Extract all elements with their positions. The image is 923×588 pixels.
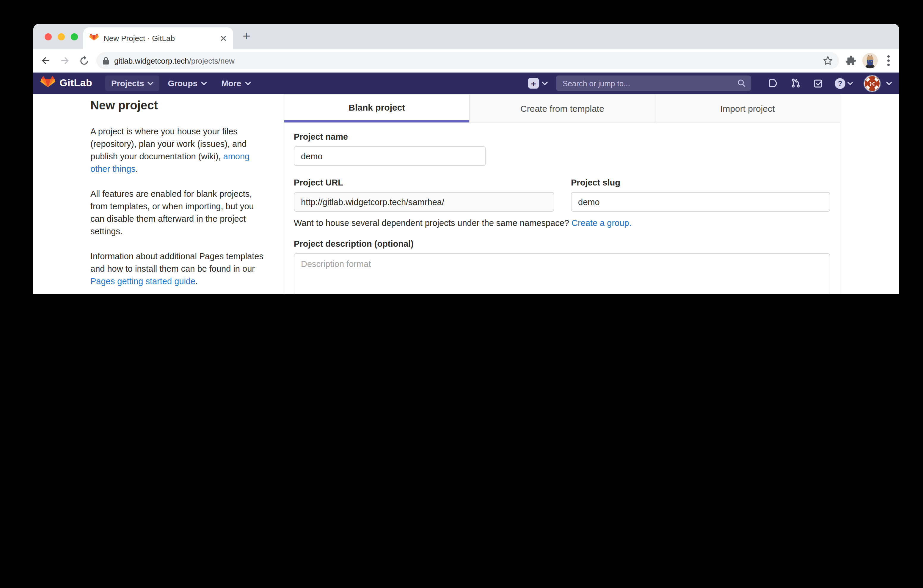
project-name-input[interactable]	[294, 146, 486, 166]
browser-toolbar: gitlab.widgetcorp.tech/projects/new	[33, 49, 899, 72]
issues-icon[interactable]	[767, 77, 780, 90]
new-menu-button[interactable]: +	[528, 78, 548, 89]
project-name-label: Project name	[294, 132, 830, 141]
lock-icon	[102, 57, 109, 64]
project-url-label: Project URL	[294, 178, 554, 187]
bookmark-star-icon[interactable]	[823, 55, 833, 66]
text-segment: Want to house several dependent projects…	[294, 218, 572, 228]
new-project-panel: Blank project Create from template Impor…	[284, 94, 840, 294]
svg-text:?: ?	[838, 79, 842, 87]
chevron-down-icon	[245, 81, 251, 85]
nav-item-label: More	[221, 79, 241, 88]
search-icon	[737, 79, 746, 87]
screenshot-stage: New Project · GitLab ✕ + gitlab.widgetco…	[0, 0, 923, 294]
sidebar-paragraph-2: All features are enabled for blank proje…	[90, 188, 264, 238]
extensions-puzzle-icon[interactable]	[845, 55, 856, 66]
chevron-down-icon	[148, 81, 154, 85]
blank-project-form: Project name Project URL Project slug Wa…	[284, 123, 840, 294]
page-title: New project	[90, 99, 264, 112]
url-text: gitlab.widgetcorp.tech/projects/new	[114, 56, 235, 65]
gitlab-logo-icon	[41, 76, 55, 90]
nav-item-label: Groups	[168, 79, 198, 88]
tab-title: New Project · GitLab	[103, 34, 215, 43]
new-tab-button[interactable]: +	[243, 30, 250, 43]
chevron-down-icon[interactable]	[886, 81, 892, 85]
forward-icon[interactable]	[58, 54, 71, 67]
chevron-down-icon	[201, 81, 207, 85]
url-path: /projects/new	[189, 56, 235, 65]
project-slug-input[interactable]	[571, 192, 830, 212]
user-avatar[interactable]	[864, 75, 881, 92]
tab-create-from-template[interactable]: Create from template	[470, 95, 655, 123]
back-icon[interactable]	[39, 54, 53, 67]
browser-tab-strip: New Project · GitLab ✕ +	[33, 24, 899, 49]
text-segment: .	[195, 276, 198, 286]
project-description-textarea[interactable]	[294, 253, 830, 294]
page-content: New project A project is where you house…	[33, 94, 899, 294]
nav-item-groups[interactable]: Groups	[162, 76, 213, 91]
project-type-tabs: Blank project Create from template Impor…	[284, 95, 840, 123]
url-bar[interactable]: gitlab.widgetcorp.tech/projects/new	[96, 52, 839, 69]
help-icon: ?	[834, 77, 846, 89]
chevron-down-icon	[847, 81, 853, 85]
plus-icon: +	[528, 78, 539, 89]
gitlab-brand-name: GitLab	[59, 77, 92, 89]
url-slug-row: Project URL Project slug	[294, 178, 830, 212]
chevron-down-icon	[542, 81, 548, 85]
browser-window: New Project · GitLab ✕ + gitlab.widgetco…	[33, 24, 899, 294]
close-window-button[interactable]	[44, 33, 52, 40]
search-box[interactable]	[556, 76, 751, 91]
tab-close-icon[interactable]: ✕	[220, 34, 227, 43]
nav-item-more[interactable]: More	[215, 76, 256, 91]
gitlab-favicon	[89, 33, 99, 43]
gitlab-navbar: GitLab Projects Groups More +	[33, 72, 899, 94]
text-segment: .	[136, 164, 138, 174]
url-domain: gitlab.widgetcorp.tech	[114, 56, 189, 65]
project-url-input[interactable]	[294, 192, 554, 212]
nav-item-projects[interactable]: Projects	[105, 76, 160, 91]
search-input[interactable]	[562, 78, 734, 88]
project-url-column: Project URL	[294, 178, 554, 212]
help-menu[interactable]: ?	[834, 77, 853, 89]
project-slug-column: Project slug	[571, 178, 830, 212]
project-description-label: Project description (optional)	[294, 239, 830, 248]
nav-item-label: Projects	[111, 79, 144, 88]
gitlab-brand[interactable]: GitLab	[41, 76, 92, 90]
pages-guide-link[interactable]: Pages getting started guide	[90, 276, 195, 286]
macos-traffic-lights	[44, 33, 78, 40]
project-slug-label: Project slug	[571, 178, 830, 187]
minimize-window-button[interactable]	[57, 33, 65, 40]
todos-icon[interactable]	[812, 77, 825, 90]
text-segment: Information about additional Pages templ…	[90, 251, 263, 273]
maximize-window-button[interactable]	[71, 33, 78, 40]
browser-tab[interactable]: New Project · GitLab ✕	[83, 27, 233, 49]
namespace-hint: Want to house several dependent projects…	[294, 218, 830, 228]
sidebar-paragraph-3: Information about additional Pages templ…	[90, 250, 264, 288]
sidebar-paragraph-1: A project is where you house your files …	[90, 125, 264, 176]
reload-icon[interactable]	[77, 54, 90, 67]
tab-import-project[interactable]: Import project	[654, 95, 840, 123]
browser-profile-avatar[interactable]	[862, 53, 878, 68]
browser-menu-kebab-icon[interactable]	[884, 55, 893, 66]
merge-requests-icon[interactable]	[789, 77, 802, 90]
new-project-sidebar: New project A project is where you house…	[90, 99, 264, 294]
create-group-link[interactable]: Create a group.	[572, 218, 632, 228]
tab-blank-project[interactable]: Blank project	[284, 95, 470, 123]
